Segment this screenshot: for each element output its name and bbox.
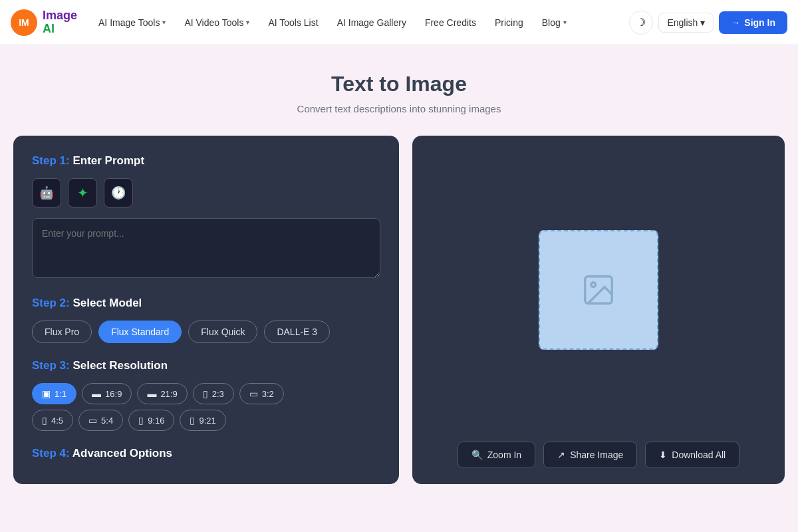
image-preview-area xyxy=(428,152,769,428)
logo-icon: IM xyxy=(11,9,37,36)
nav-ai-tools-list[interactable]: AI Tools List xyxy=(260,12,326,33)
step2-label: Step 2: Select Model xyxy=(32,297,380,310)
chevron-down-icon: ▾ xyxy=(246,19,249,26)
model-flux-standard[interactable]: Flux Standard xyxy=(98,321,182,343)
robot-tool-button[interactable]: 🤖 xyxy=(32,178,61,207)
step1-label: Step 1: Enter Prompt xyxy=(32,154,380,168)
sign-in-button[interactable]: → Sign In xyxy=(719,11,787,34)
res-2-3[interactable]: ▯ 2:3 xyxy=(193,383,234,404)
page-subtitle: Convert text descriptions into stunning … xyxy=(13,103,785,114)
ultrawide-icon: ▬ xyxy=(147,388,156,399)
nav-blog[interactable]: Blog ▾ xyxy=(534,12,575,33)
navbar: IM Image AI AI Image Tools ▾ AI Video To… xyxy=(0,0,798,45)
image-placeholder xyxy=(539,230,658,350)
robot-icon: 🤖 xyxy=(39,186,54,200)
zoom-icon: 🔍 xyxy=(471,450,483,460)
mobile-icon: ▯ xyxy=(138,415,144,426)
chevron-down-icon: ▾ xyxy=(700,17,705,28)
nav-pricing[interactable]: Pricing xyxy=(487,12,531,33)
nav-ai-video-tools[interactable]: AI Video Tools ▾ xyxy=(176,12,257,33)
chevron-down-icon: ▾ xyxy=(162,19,166,26)
step4-section: Step 4: Advanced Options xyxy=(32,447,380,460)
language-selector[interactable]: English ▾ xyxy=(658,13,714,33)
res-21-9[interactable]: ▬ 21:9 xyxy=(137,383,187,404)
nav-links: AI Image Tools ▾ AI Video Tools ▾ AI Too… xyxy=(90,12,624,33)
model-flux-pro[interactable]: Flux Pro xyxy=(32,321,92,343)
preview-actions: 🔍 Zoom In ↗ Share Image ⬇ Download All xyxy=(458,442,739,468)
chevron-down-icon: ▾ xyxy=(563,19,567,26)
moon-icon: ☽ xyxy=(636,16,646,29)
right-panel: 🔍 Zoom In ↗ Share Image ⬇ Download All xyxy=(412,136,785,484)
landscape-icon: ▬ xyxy=(92,388,101,399)
res-4-5[interactable]: ▯ 4:5 xyxy=(32,410,73,431)
download-all-button[interactable]: ⬇ Download All xyxy=(645,442,739,468)
step3-section: Step 3: Select Resolution ▣ 1:1 ▬ 16:9 ▬… xyxy=(32,359,380,431)
res-1-1[interactable]: ▣ 1:1 xyxy=(32,383,76,404)
nav-ai-image-gallery[interactable]: AI Image Gallery xyxy=(329,12,414,33)
resolution-options-row2: ▯ 4:5 ▭ 5:4 ▯ 9:16 ▯ 9:21 xyxy=(32,410,380,431)
landscape-wide-icon: ▭ xyxy=(249,388,258,399)
square-icon: ▣ xyxy=(42,388,51,399)
resolution-options: ▣ 1:1 ▬ 16:9 ▬ 21:9 ▯ 2:3 ▭ 3:2 xyxy=(32,383,380,404)
zoom-in-button[interactable]: 🔍 Zoom In xyxy=(458,442,535,468)
tall-icon: ▯ xyxy=(190,415,195,426)
page-title: Text to Image xyxy=(13,72,785,96)
model-options: Flux Pro Flux Standard Flux Quick DALL-E… xyxy=(32,321,380,343)
share-image-button[interactable]: ↗ Share Image xyxy=(543,442,637,468)
history-tool-button[interactable]: 🕐 xyxy=(104,178,133,207)
res-9-21[interactable]: ▯ 9:21 xyxy=(180,410,225,431)
dark-mode-toggle[interactable]: ☽ xyxy=(629,11,653,35)
step4-label: Step 4: Advanced Options xyxy=(32,447,380,460)
model-dalle3[interactable]: DALL-E 3 xyxy=(264,321,330,343)
portrait-icon: ▯ xyxy=(203,388,208,399)
logo-text: Image AI xyxy=(43,9,77,36)
logo[interactable]: IM Image AI xyxy=(11,9,77,36)
step2-section: Step 2: Select Model Flux Pro Flux Stand… xyxy=(32,297,380,343)
prompt-textarea[interactable] xyxy=(32,218,380,278)
portrait-tall-icon: ▯ xyxy=(42,415,47,426)
main-content: Text to Image Convert text descriptions … xyxy=(0,45,798,497)
svg-point-1 xyxy=(591,283,596,287)
res-9-16[interactable]: ▯ 9:16 xyxy=(128,410,174,431)
nav-ai-image-tools[interactable]: AI Image Tools ▾ xyxy=(90,12,174,33)
res-3-2[interactable]: ▭ 3:2 xyxy=(239,383,284,404)
sparkle-icon: ✦ xyxy=(77,185,88,201)
nav-right: ☽ English ▾ → Sign In xyxy=(629,11,787,35)
nav-free-credits[interactable]: Free Credits xyxy=(417,12,484,33)
magic-tool-button[interactable]: ✦ xyxy=(68,178,97,207)
res-5-4[interactable]: ▭ 5:4 xyxy=(78,410,123,431)
sign-in-icon: → xyxy=(731,17,740,28)
image-placeholder-icon xyxy=(581,272,616,308)
clock-icon: 🕐 xyxy=(111,186,126,200)
model-flux-quick[interactable]: Flux Quick xyxy=(188,321,257,343)
wide-icon: ▭ xyxy=(88,415,97,426)
step3-label: Step 3: Select Resolution xyxy=(32,359,380,372)
share-icon: ↗ xyxy=(557,450,565,460)
download-icon: ⬇ xyxy=(659,450,667,460)
two-col-layout: Step 1: Enter Prompt 🤖 ✦ 🕐 Step 2: xyxy=(13,136,785,484)
left-panel: Step 1: Enter Prompt 🤖 ✦ 🕐 Step 2: xyxy=(13,136,399,484)
res-16-9[interactable]: ▬ 16:9 xyxy=(82,383,132,404)
tool-icons: 🤖 ✦ 🕐 xyxy=(32,178,380,207)
